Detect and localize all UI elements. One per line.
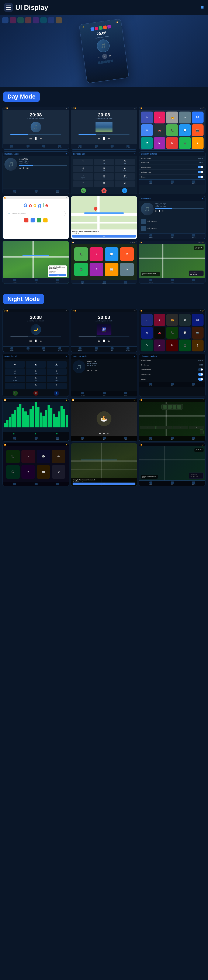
night-prev-2[interactable]: ⏮ (98, 339, 100, 342)
night-toggle-1[interactable] (198, 368, 203, 371)
dial-3[interactable]: 3DEF (115, 159, 135, 165)
nav-email-s[interactable]: EMAIL (149, 180, 153, 184)
app-spotify[interactable]: 🎧 (179, 137, 191, 149)
night-dial-hash[interactable]: # (47, 383, 67, 389)
cp-settings[interactable]: ⚙ (120, 262, 134, 276)
action-4[interactable]: ⬇ (189, 426, 204, 430)
app-radio[interactable]: 📻 (166, 111, 178, 124)
app-podcast[interactable]: 🎙 (192, 137, 203, 149)
nav-email-ns[interactable]: EMAIL (149, 383, 153, 387)
cp-messages[interactable]: 💬 (105, 247, 118, 261)
nav-email-2[interactable]: EMAIL (78, 145, 82, 149)
toggle-connect[interactable] (198, 171, 203, 173)
dial-2[interactable]: 2ABC (94, 159, 114, 165)
google-drive[interactable] (43, 218, 47, 223)
zoom-out[interactable]: − (200, 430, 203, 434)
night-prev-1[interactable]: ⏮ (29, 339, 32, 342)
nav-nav-2[interactable]: NAV (110, 145, 113, 149)
dial-8[interactable]: 8TUV (94, 173, 114, 180)
action-2[interactable]: ↑ (156, 426, 172, 430)
np-next[interactable]: ⏭ (195, 273, 198, 275)
nav-apps-ncp[interactable]: APPS (56, 483, 59, 486)
night-bt-play[interactable]: ⏸ (91, 369, 93, 372)
night-dial-2[interactable]: 2ABC (26, 361, 46, 368)
night-dial-4[interactable]: 4GHI (5, 369, 25, 375)
night-app-bt[interactable]: BT (192, 314, 203, 326)
nav-apps-np[interactable]: APPS (192, 482, 195, 485)
nav-tel-nn[interactable]: TEL (171, 437, 174, 441)
dial-5[interactable]: 5JKL (94, 166, 114, 172)
social-play[interactable]: ⏸ (159, 210, 161, 212)
night-play-1[interactable]: ⏸ (34, 339, 38, 343)
night-next-1[interactable]: ⏭ (40, 339, 43, 342)
app-waze[interactable]: W (141, 124, 153, 136)
nav-nav[interactable]: NAV (42, 145, 45, 149)
night-dial-star[interactable]: * (5, 383, 25, 389)
nav-apf-bt[interactable]: APPS (56, 190, 59, 193)
nav-auto-n2[interactable]: AUTO (126, 347, 130, 351)
night-toggle-3[interactable] (198, 378, 203, 380)
nav-apps-s[interactable]: APPS (192, 180, 195, 184)
night-dial-0[interactable]: 0+ (26, 383, 46, 389)
app-music[interactable]: ♪ (154, 111, 165, 124)
nav-email-w[interactable]: EMAIL (13, 437, 17, 441)
play-btn[interactable]: ⏸ (102, 53, 108, 59)
nav-email-nn[interactable]: EMAIL (149, 437, 153, 441)
dir-left[interactable]: ← (173, 405, 176, 409)
dial-star[interactable]: * (73, 180, 93, 187)
menu-icon[interactable] (4, 3, 13, 12)
nav-apps-v[interactable]: APPS (124, 437, 127, 441)
nav-email-n2[interactable]: EMAIL (78, 347, 82, 351)
night-end-btn[interactable]: 📵 (33, 391, 38, 396)
nav-tel-pl[interactable]: TEL (171, 279, 174, 283)
next-btn[interactable]: ⏭ (109, 54, 112, 57)
wave-play[interactable]: ⏸ (35, 433, 37, 435)
vid-play[interactable]: ▶ (103, 432, 105, 435)
cp-podcast[interactable]: 🎙 (90, 262, 103, 276)
next-1[interactable]: ⏭ (40, 137, 43, 140)
cp-music[interactable]: ♪ (90, 247, 103, 261)
nav-home-ncp[interactable]: HOME (34, 483, 38, 486)
ncp-podcast[interactable]: 🎙 (21, 465, 35, 479)
google-docs[interactable] (37, 218, 41, 223)
nav-tel-sm[interactable]: TEL (171, 234, 174, 238)
prev-btn[interactable]: ⏮ (98, 56, 101, 59)
night-dial-6[interactable]: 6MNO (47, 369, 67, 375)
google-maps[interactable] (31, 218, 35, 223)
night-app-msg[interactable]: 💬 (179, 327, 191, 339)
social-next[interactable]: ⏭ (162, 210, 164, 212)
cp-news[interactable]: 📰 (105, 262, 118, 276)
ncp-music[interactable]: ♪ (21, 450, 35, 463)
app-camera[interactable]: 📷 (192, 124, 203, 136)
nav-go-btn[interactable]: GO (49, 274, 66, 276)
wave-next[interactable]: ⏭ (56, 433, 58, 435)
app-carlife[interactable]: 🚗 (154, 124, 165, 136)
night-bt-next[interactable]: ⏭ (95, 369, 97, 372)
prev-2[interactable]: ⏮ (98, 137, 100, 140)
dir-right[interactable]: → (168, 405, 172, 409)
nav-email-bt[interactable]: EMAIL (13, 190, 17, 193)
nav-email-pl[interactable]: EMAIL (149, 279, 153, 283)
action-1[interactable]: ⬅ (140, 426, 156, 430)
nav-auto[interactable]: AUTO (58, 145, 62, 149)
next-2[interactable]: ⏭ (108, 137, 110, 140)
google-youtube[interactable] (24, 218, 28, 223)
dial-9[interactable]: 9WXYZ (115, 173, 135, 180)
bt-prev[interactable]: ⏮ (19, 167, 21, 169)
night-np-play[interactable]: ▶ (193, 475, 195, 478)
night-app-tel[interactable]: ✈ (141, 314, 153, 326)
app-messages[interactable]: 💬 (179, 124, 191, 136)
bt-play[interactable]: ⏸ (23, 167, 25, 169)
night-app-music[interactable]: ♪ (154, 314, 165, 326)
night-bt-prev[interactable]: ⏮ (87, 369, 89, 372)
night-call-btn[interactable]: 📞 (13, 391, 18, 396)
nav-nav-n2[interactable]: NAV (110, 347, 113, 351)
vid-next[interactable]: ⏭ (107, 432, 109, 435)
nav-tel-ns[interactable]: TEL (171, 383, 174, 387)
night-app-podcast[interactable]: 🎙 (192, 339, 203, 352)
app-bt[interactable]: BT (192, 111, 203, 124)
play-1[interactable]: ⏸ (34, 137, 38, 141)
ncp-spotify[interactable]: 🎧 (6, 465, 20, 479)
dir-up[interactable]: ↑ (163, 405, 167, 409)
nav-apps-w[interactable]: APPS (56, 437, 59, 441)
